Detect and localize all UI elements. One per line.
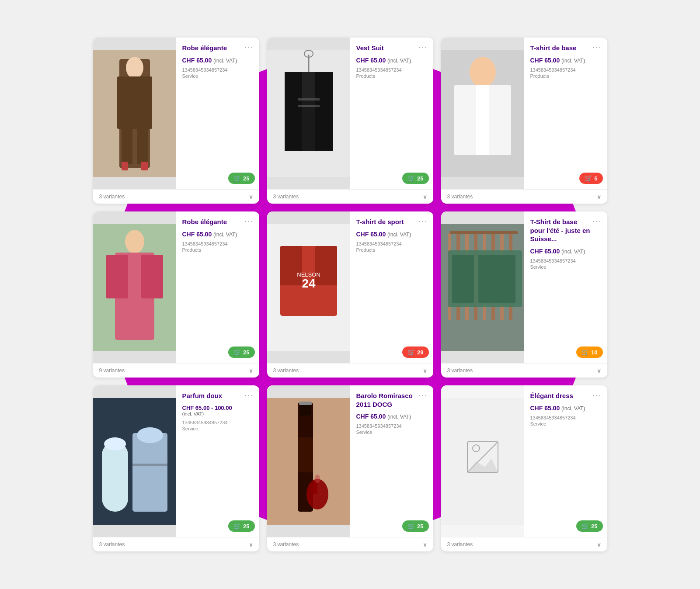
card-body: Robe élégante ··· CHF 65.00 (incl. VAT) … [93, 38, 259, 189]
card-info: Parfum doux ··· CHF 65.00 - 100.00(incl.… [176, 385, 259, 537]
svg-point-2 [126, 57, 143, 79]
svg-rect-57 [299, 402, 312, 405]
stock-badge[interactable]: 🛒 10 [576, 346, 602, 358]
dots-menu-button[interactable]: ··· [244, 217, 254, 226]
card-body: Barolo Romirasco 2011 DOCG ··· CHF 65.00… [267, 385, 433, 537]
vat-label: (incl. VAT) [387, 58, 411, 64]
dots-menu-button[interactable]: ··· [418, 43, 428, 52]
product-card-p9: Élégant dress ··· CHF 65.00 (incl. VAT) … [441, 385, 607, 551]
card-image [441, 385, 524, 537]
svg-rect-26 [106, 255, 128, 298]
card-ref: 13458345934857234 [182, 420, 254, 425]
svg-rect-31 [315, 246, 337, 285]
cart-icon: 🛒 [407, 349, 415, 356]
chevron-down-icon[interactable]: ∨ [597, 193, 601, 200]
card-body: Robe élégante ··· CHF 65.00 (incl. VAT) … [93, 211, 259, 363]
card-header: T-shirt de sport ··· [356, 218, 428, 226]
card-info: T-shirt de sport ··· CHF 65.00 (incl. VA… [350, 211, 433, 363]
chevron-down-icon[interactable]: ∨ [597, 541, 601, 548]
svg-rect-53 [132, 464, 167, 466]
product-card-p2: Vest Suit ··· CHF 65.00 (incl. VAT) 1345… [267, 38, 433, 204]
cart-icon: 🛒 [233, 523, 241, 530]
svg-text:24: 24 [302, 277, 316, 290]
card-title: Élégant dress [530, 392, 573, 400]
svg-point-50 [104, 437, 126, 450]
variantes-label: 3 variantes [273, 541, 299, 547]
card-image [93, 385, 176, 537]
svg-rect-21 [454, 85, 476, 155]
chevron-down-icon[interactable]: ∨ [423, 193, 427, 200]
card-header: Robe élégante ··· [182, 218, 254, 226]
badge-container: 🛒 25 [402, 173, 428, 184]
card-title: Robe élégante [182, 44, 227, 52]
product-card-p5: 24 NELSON T-shirt de sport ··· CHF 65.00… [267, 211, 433, 378]
chevron-down-icon[interactable]: ∨ [423, 367, 427, 374]
svg-point-61 [315, 475, 320, 483]
stock-badge[interactable]: 🛒 5 [579, 173, 602, 184]
chevron-down-icon[interactable]: ∨ [597, 367, 601, 374]
stock-badge[interactable]: 🛒 25 [228, 346, 254, 358]
variantes-label: 3 variantes [273, 367, 299, 374]
card-image [267, 38, 350, 189]
card-body: Vest Suit ··· CHF 65.00 (incl. VAT) 1345… [267, 38, 433, 189]
stock-badge[interactable]: 🛒 25 [228, 520, 254, 532]
badge-container: 🛒 25 [576, 520, 602, 532]
chevron-down-icon[interactable]: ∨ [423, 541, 427, 548]
svg-rect-16 [298, 98, 320, 100]
card-ref: 13458345934857234 [530, 67, 602, 73]
vat-label: (incl. VAT) [387, 232, 411, 238]
card-image [441, 211, 524, 363]
dots-menu-button[interactable]: ··· [592, 391, 602, 400]
dots-menu-button[interactable]: ··· [244, 391, 254, 400]
badge-count: 25 [243, 523, 249, 530]
card-price: CHF 65.00 (incl. VAT) [530, 248, 602, 255]
dots-menu-button[interactable]: ··· [592, 43, 602, 52]
variantes-label: 3 variantes [273, 194, 299, 200]
card-category: Service [530, 421, 602, 426]
card-price: CHF 65.00 (incl. VAT) [356, 413, 428, 420]
card-info: Vest Suit ··· CHF 65.00 (incl. VAT) 1345… [350, 38, 433, 189]
card-title: T-Shirt de base pour l'été - juste en Su… [530, 218, 592, 243]
dots-menu-button[interactable]: ··· [418, 391, 428, 400]
svg-rect-47 [498, 255, 515, 303]
stock-badge[interactable]: 🛒 25 [402, 173, 428, 184]
badge-container: 🛒 25 [228, 173, 254, 184]
dots-menu-button[interactable]: ··· [418, 217, 428, 226]
card-price: CHF 65.00 (incl. VAT) [530, 405, 602, 412]
svg-point-24 [125, 230, 144, 253]
cart-icon: 🛒 [582, 349, 589, 356]
stock-badge[interactable]: 🛒 25 [228, 173, 254, 184]
dots-menu-button[interactable]: ··· [244, 43, 254, 52]
svg-rect-62 [441, 398, 524, 525]
card-category: Service [182, 426, 254, 431]
svg-text:NELSON: NELSON [297, 271, 320, 278]
card-category: Products [356, 73, 428, 79]
chevron-down-icon[interactable]: ∨ [249, 193, 253, 200]
stock-badge[interactable]: 🛒 25 [576, 520, 602, 532]
chevron-down-icon[interactable]: ∨ [249, 541, 253, 548]
card-header: Élégant dress ··· [530, 392, 602, 400]
badge-container: 🛒 25 [228, 520, 254, 532]
svg-rect-7 [141, 162, 148, 170]
chevron-down-icon[interactable]: ∨ [249, 367, 253, 374]
dots-menu-button[interactable]: ··· [592, 217, 602, 226]
card-image [267, 385, 350, 537]
cart-icon: 🛒 [585, 175, 592, 182]
card-footer: 9 variantes ∨ [93, 363, 259, 378]
card-footer: 3 variantes ∨ [93, 189, 259, 204]
card-title: Barolo Romirasco 2011 DOCG [356, 392, 418, 409]
card-header: Parfum doux ··· [182, 392, 254, 400]
product-card-p6: T-Shirt de base pour l'été - juste en Su… [441, 211, 607, 378]
card-body: T-shirt de base ··· CHF 65.00 (incl. VAT… [441, 38, 607, 189]
svg-rect-46 [478, 255, 500, 303]
vat-label: (incl. VAT) [561, 405, 585, 412]
cart-icon: 🛒 [582, 523, 589, 530]
stock-badge[interactable]: 🛒 29 [402, 346, 428, 358]
stock-badge[interactable]: 🛒 25 [402, 520, 428, 532]
card-ref: 13458345934857234 [182, 67, 254, 73]
product-card-p4: Robe élégante ··· CHF 65.00 (incl. VAT) … [93, 211, 259, 378]
badge-count: 25 [417, 523, 423, 530]
svg-rect-22 [489, 85, 511, 155]
card-body: Parfum doux ··· CHF 65.00 - 100.00(incl.… [93, 385, 259, 537]
card-footer: 3 variantes ∨ [93, 537, 259, 551]
